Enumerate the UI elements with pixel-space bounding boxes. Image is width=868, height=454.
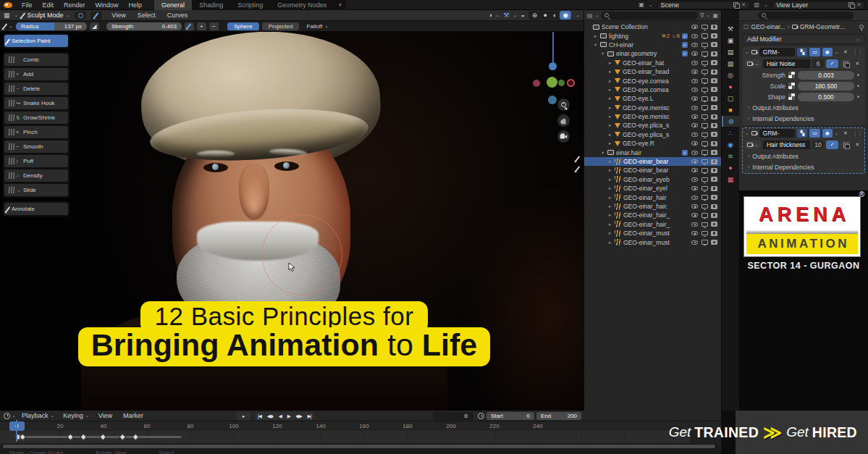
hide-in-viewport-icon[interactable]: [691, 204, 698, 209]
expand-arrow-icon[interactable]: ▸: [609, 167, 615, 173]
radius-slider[interactable]: Radius 137 px: [16, 22, 87, 30]
expand-arrow-icon[interactable]: ▸: [609, 195, 615, 201]
keyframe-diamond[interactable]: [119, 434, 126, 440]
outliner-row-scene-collection[interactable]: Scene Collection: [584, 22, 721, 31]
modifier-name-field[interactable]: GRM-Geo...: [759, 48, 796, 56]
hide-in-viewport-icon[interactable]: [691, 43, 698, 47]
disable-in-viewports-icon[interactable]: [701, 177, 708, 182]
expand-arrow-icon[interactable]: ▸: [609, 212, 615, 218]
chevron-down-icon[interactable]: ⌄: [835, 49, 839, 55]
hide-in-viewport-icon[interactable]: [691, 51, 698, 56]
disable-in-viewports-icon[interactable]: [701, 150, 708, 155]
chevron-down-icon[interactable]: ⌄: [835, 130, 839, 136]
expand-arrow-icon[interactable]: ▸: [609, 96, 615, 101]
keyframe-diamond[interactable]: [80, 434, 87, 440]
outliner-row-geo-eye-meniscus[interactable]: ▸ GEO-eye.menisc: [584, 104, 721, 112]
workspace-tab-scripting[interactable]: Scripting: [230, 0, 270, 10]
increase-button[interactable]: +: [197, 22, 206, 30]
disable-in-renders-icon[interactable]: [711, 222, 717, 227]
disable-in-viewports-icon[interactable]: [701, 61, 708, 66]
attribute-toggle-icon[interactable]: [788, 93, 795, 100]
attribute-toggle-icon[interactable]: [788, 83, 795, 89]
disable-in-viewports-icon[interactable]: [701, 222, 708, 227]
timeline-menu-marker[interactable]: Marker: [119, 412, 150, 419]
texture-properties-tab[interactable]: ▦: [722, 174, 739, 185]
gizmo-negative-x-handle[interactable]: [533, 80, 540, 87]
animate-dot-icon[interactable]: [857, 85, 859, 87]
sphere-button[interactable]: Sphere: [227, 22, 259, 30]
expand-arrow-icon[interactable]: ▸: [609, 159, 615, 164]
snap-icon[interactable]: ⚒: [503, 12, 509, 19]
collection-checkbox[interactable]: [682, 42, 688, 48]
current-frame-field[interactable]: 0: [433, 412, 473, 420]
disable-in-renders-icon[interactable]: [711, 231, 717, 236]
chevron-down-icon[interactable]: ⌄: [764, 2, 768, 8]
disable-in-viewports-icon[interactable]: [701, 70, 708, 75]
hide-in-viewport-icon[interactable]: [691, 240, 698, 245]
outliner-row-geo-einar-head[interactable]: ▸ GEO-einar_head: [584, 67, 721, 76]
start-frame-field[interactable]: Start 0: [486, 412, 534, 420]
tool-add[interactable]: + Add: [4, 68, 68, 80]
falloff-dropdown[interactable]: Falloff ⌄: [306, 23, 329, 30]
clock-icon[interactable]: [478, 413, 484, 419]
field-value-slider[interactable]: 180.500: [798, 82, 854, 91]
close-icon[interactable]: ✕: [841, 129, 850, 138]
disable-in-viewports-icon[interactable]: [701, 78, 708, 83]
disable-in-viewports-icon[interactable]: [701, 159, 708, 164]
rendered-shading-icon[interactable]: ◉: [560, 11, 571, 20]
disable-in-renders-icon[interactable]: [711, 141, 717, 146]
tool-pinch[interactable]: » Pinch: [4, 126, 68, 138]
outliner-search-input[interactable]: [601, 12, 698, 20]
hide-in-viewport-icon[interactable]: [691, 159, 698, 164]
next-keyframe-button[interactable]: ◆▶: [293, 412, 305, 420]
copy-button[interactable]: [840, 140, 851, 149]
filter-icon[interactable]: ∇: [700, 12, 704, 19]
extras-menu-icon[interactable]: ⋮⋮: [852, 49, 862, 56]
internal-dependencies-section[interactable]: ›Internal Dependencies: [742, 113, 865, 124]
expand-arrow-icon[interactable]: ▸: [609, 69, 615, 75]
hide-in-viewport-icon[interactable]: [691, 141, 698, 146]
chevron-down-icon[interactable]: ⌄: [745, 130, 749, 136]
close-icon[interactable]: ✕: [741, 1, 746, 8]
collection-checkbox[interactable]: [682, 51, 688, 56]
pressure-sensitivity-button[interactable]: [185, 22, 194, 30]
outliner-row-geo-einar-eyebrow[interactable]: ▸ GEO-einar_eyeb: [584, 175, 721, 184]
material-preview-icon[interactable]: ◐: [550, 11, 560, 20]
expand-arrow-icon[interactable]: ▾: [602, 150, 607, 156]
hide-in-viewport-icon[interactable]: [691, 123, 698, 127]
extras-menu-icon[interactable]: ⋮⋮: [852, 130, 862, 137]
disable-in-renders-icon[interactable]: [711, 159, 717, 164]
user-count[interactable]: 6: [812, 59, 824, 68]
view-layer-icon[interactable]: ▧: [754, 1, 760, 8]
node-group-browser[interactable]: ⌄: [745, 140, 761, 149]
chevron-down-icon[interactable]: ⌄: [649, 2, 653, 8]
gizmo-z-axis-handle[interactable]: [549, 62, 557, 70]
menu-edit[interactable]: Edit: [38, 0, 59, 10]
new-collection-icon[interactable]: ▣: [712, 12, 718, 19]
expand-arrow-icon[interactable]: ▸: [609, 105, 615, 111]
disable-in-viewports-icon[interactable]: [701, 141, 708, 146]
disable-in-renders-icon[interactable]: [711, 96, 717, 101]
disable-in-renders-icon[interactable]: [711, 87, 717, 92]
workspace-tab-geometry-nodes[interactable]: Geometry Nodes: [270, 0, 334, 10]
disable-in-renders-icon[interactable]: [711, 60, 717, 65]
eyedropper-button[interactable]: ◢: [90, 22, 99, 30]
edit-mode-toggle[interactable]: ▚: [797, 129, 807, 138]
add-modifier-button[interactable]: Add Modifier ⌄: [742, 34, 865, 44]
disable-in-viewports-icon[interactable]: [701, 213, 708, 218]
outliner-row-geo-eye-meniscus[interactable]: ▸ GEO-eye.menisc: [584, 112, 721, 121]
view-layer-properties-tab[interactable]: ▧: [722, 58, 739, 69]
disable-in-viewports-icon[interactable]: [701, 186, 708, 191]
brush-toggle[interactable]: [90, 12, 102, 20]
render-toggle[interactable]: ◉: [822, 48, 833, 56]
outliner-row-geo-eye-plica[interactable]: ▸ GEO-eye.plica_s: [584, 130, 721, 139]
previous-frame-button[interactable]: ◀: [276, 412, 285, 420]
render-properties-tab[interactable]: ▣: [722, 35, 739, 46]
hide-in-viewport-icon[interactable]: [691, 177, 698, 182]
unlink-icon[interactable]: ✕: [853, 59, 862, 68]
disable-in-renders-icon[interactable]: [711, 33, 717, 38]
timeline-menu-keying[interactable]: Keying⌄: [59, 412, 93, 419]
menu-file[interactable]: File: [17, 0, 38, 10]
gizmo-y-axis-handle[interactable]: [547, 77, 557, 88]
output-attributes-section[interactable]: ›Output Attributes: [742, 102, 865, 113]
